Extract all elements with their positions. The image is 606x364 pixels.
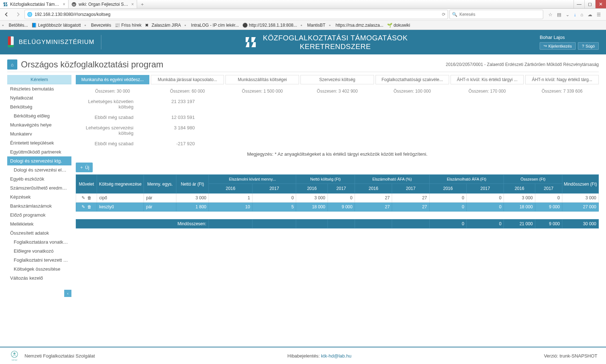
maximize-button[interactable]: ◻ — [584, 0, 595, 8]
table-row[interactable]: ✎🗑 cipő pár 3 000 10 3 0000 2727 00 3 00… — [76, 194, 599, 203]
sidebar-item[interactable]: Számszerűsíthető eredmény... — [7, 183, 71, 192]
table-row-selected[interactable]: ✎🗑 kesztyű pár 1 800 105 18 0009 000 272… — [76, 203, 599, 212]
tab-title: Közfoglalkoztatási Támog... — [10, 2, 61, 7]
cell: 0 — [466, 203, 504, 212]
delete-icon[interactable]: 🗑 — [87, 195, 92, 200]
cell: 9 000 — [535, 203, 562, 212]
sidebar-item[interactable]: Bankszámlaszámok — [7, 201, 71, 210]
sidebar-item[interactable]: Érintetett települések — [7, 138, 71, 147]
table-total-row: Mindösszesen: 0 0 21 000 9 000 30 000 — [76, 219, 599, 228]
url-input[interactable] — [35, 12, 440, 17]
reader-icon[interactable]: ▤ — [557, 12, 561, 17]
cost-tab[interactable]: Szervezési költség — [300, 75, 374, 84]
sidebar-item[interactable]: Összesített adatok — [7, 228, 71, 238]
bookmark-item[interactable]: ▫Betöltés... — [2, 23, 28, 28]
close-icon[interactable]: × — [131, 2, 134, 7]
sidebar-item[interactable]: Bérköltség — [7, 102, 71, 111]
delete-icon[interactable]: 🗑 — [87, 204, 92, 209]
th-group-vatpct: Elszámolható ÁFA (%) — [355, 175, 430, 184]
stat-label: Lehetséges közvetlen költség — [76, 99, 144, 110]
sidebar-item[interactable]: Nyilatkozat — [7, 93, 71, 102]
sidebar-item-active[interactable]: Dologi és szervezési ktg. — [7, 156, 71, 165]
sidebar-item[interactable]: Dologi és szervezési előleg — [7, 165, 71, 174]
tab-sum: Összesen: 100 000 — [376, 87, 449, 95]
app-title-line1: KÖZFOGLALKOZTATÁSI TÁMOGATÁSOK — [263, 34, 408, 42]
th-year: 2017 — [535, 184, 562, 194]
browser-navbar: 🌐 ⟳ 🔍 ☆ ▤ ⌄ ↓ ⌂ ☁ ☰ — [0, 9, 606, 21]
th-year: 2017 — [466, 184, 504, 194]
bookmark-item[interactable]: 🌱dokuwiki — [387, 23, 410, 28]
sidebar-item[interactable]: Költségek összesítése — [7, 265, 71, 274]
bookmark-star-icon[interactable]: ☆ — [548, 12, 553, 17]
sidebar-item[interactable]: Foglalkoztatásra vonatkozó — [7, 238, 71, 247]
cost-tab[interactable]: ÁHT-n kívül: Nagy értékű tárg... — [525, 75, 599, 84]
forward-button[interactable] — [13, 9, 23, 19]
stat-value: 12 033 591 — [144, 115, 195, 120]
total-label: Mindösszesen: — [76, 219, 209, 228]
bookmark-item[interactable]: 📰Friss hírek — [115, 23, 141, 28]
new-tab-button[interactable]: ＋ — [137, 0, 147, 8]
back-button[interactable] — [1, 9, 12, 19]
sidebar-item[interactable]: Munkavégzés helye — [7, 120, 71, 129]
sidebar-item[interactable]: Bérköltség előleg — [7, 111, 71, 120]
browser-tab-1[interactable]: Közfoglalkoztatási Támog... × — [0, 0, 69, 8]
download-icon[interactable]: ↓ — [574, 12, 576, 17]
th-year: 2017 — [328, 184, 355, 194]
search-input[interactable] — [460, 12, 541, 17]
cell-name: kesztyű — [97, 203, 144, 212]
pocket-icon[interactable]: ⌄ — [566, 12, 570, 17]
menu-icon[interactable]: ☰ — [597, 12, 601, 17]
sidebar-item[interactable]: Változás kezelő — [7, 274, 71, 283]
sidebar-item[interactable]: Foglalkoztatni tervezett lét... — [7, 256, 71, 265]
app-title-line2: KERETRENDSZERE — [263, 42, 408, 51]
sidebar-item[interactable]: Előlegre vonatkozó — [7, 247, 71, 256]
sidebar-item[interactable]: Mellékletek — [7, 219, 71, 228]
footer: NFSZ Nemzeti Foglalkoztatási Szolgálat H… — [0, 347, 606, 364]
cost-tab[interactable]: Munkába járással kapcsolato... — [151, 75, 224, 84]
cell: 3 000 — [296, 194, 328, 203]
minimize-button[interactable]: — — [574, 0, 584, 8]
bookmark-item[interactable]: ⚫http://192.168.1.18:808... — [242, 23, 297, 28]
close-window-button[interactable]: ✕ — [595, 0, 606, 8]
bookmark-item[interactable]: ▫https://rsa.dmz.zalasza... — [329, 23, 383, 28]
url-bar[interactable]: 🌐 ⟳ — [25, 10, 448, 19]
th-op: Művelet — [76, 175, 97, 194]
new-button[interactable]: ＋Új — [76, 163, 93, 172]
bookmark-item[interactable]: ▫MantisBT — [301, 23, 326, 28]
close-icon[interactable]: × — [63, 2, 65, 7]
search-bar[interactable]: 🔍 — [449, 10, 543, 19]
bookmark-item[interactable]: 📘Legtöbbször látogatott — [31, 23, 81, 28]
cell: 27 — [392, 194, 429, 203]
crest-icon — [7, 36, 14, 49]
sidebar-collapse-button[interactable]: ‹ — [64, 290, 71, 297]
sidebar-item[interactable]: Részletes bemutatás — [7, 84, 71, 93]
edit-icon[interactable]: ✎ — [82, 204, 85, 209]
chat-icon[interactable]: ☁ — [588, 12, 592, 17]
edit-icon[interactable]: ✎ — [82, 195, 85, 200]
logout-button[interactable]: ↪Kijelentkezés — [540, 42, 576, 50]
cost-tab[interactable]: Foglalkoztathatósági szakvéle... — [376, 75, 449, 84]
page-title: Országos közfoglalkoztatási program — [21, 59, 163, 70]
sidebar-item[interactable]: Munkaterv — [7, 129, 71, 138]
home-icon[interactable]: ⌂ — [580, 12, 583, 17]
refresh-icon[interactable]: ⟳ — [442, 12, 445, 17]
cost-tab[interactable]: ÁHT-n kívül: Kis értékű tárgyi ... — [451, 75, 524, 84]
bookmark-item[interactable]: ▫IntraLOG - IP cím lekér... — [185, 23, 239, 28]
sidebar-item[interactable]: Képzések — [7, 192, 71, 201]
sidebar-item[interactable]: Együttműködő partnerek — [7, 147, 71, 156]
browser-tab-2[interactable]: W wiki: Organ Fejlesztoi Szer... × — [69, 0, 137, 8]
search-icon: 🔍 — [452, 12, 457, 17]
tab-sum: Összesen: 7 339 606 — [525, 87, 599, 95]
bug-email-link[interactable]: ktk-hd@lab.hu — [321, 353, 351, 359]
home-button[interactable]: ⌂ — [7, 59, 17, 70]
cell: 9 000 — [328, 203, 355, 212]
bookmark-item[interactable]: ✖Zalaszám JIRA — [145, 23, 181, 28]
sidebar-item[interactable]: Egyéb eszközök — [7, 174, 71, 183]
tab-sum: Összesen: 60 000 — [151, 87, 224, 95]
sidebar-item[interactable]: Előző programok — [7, 210, 71, 219]
help-button[interactable]: ?Súgó — [578, 42, 599, 50]
cost-tab[interactable]: Munkásszállítás költségei — [225, 75, 299, 84]
th-group-qty: Elszámolni kívánt menny... — [209, 175, 296, 184]
cost-tab[interactable]: Munkaruha és egyéni védőesz... — [76, 75, 149, 84]
bookmark-item[interactable]: ▫Bevezetés — [84, 23, 111, 28]
